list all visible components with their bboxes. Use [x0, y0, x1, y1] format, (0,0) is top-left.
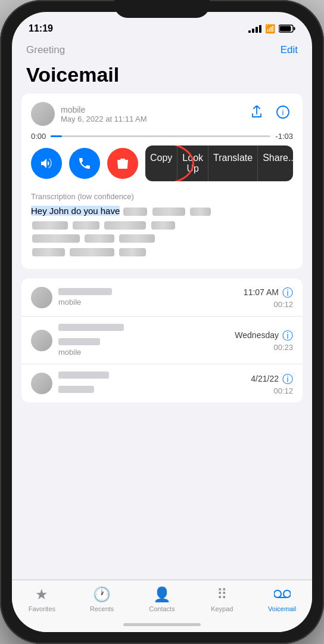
tab-voicemail-label: Voicemail [268, 605, 296, 612]
share-action-button[interactable] [247, 102, 267, 122]
list-item[interactable]: 4/21/22 ⓘ 00:12 [21, 364, 303, 402]
vm-info-button-1[interactable]: ⓘ [282, 286, 293, 300]
contacts-icon: 👤 [153, 586, 171, 603]
blurred-word-1 [123, 208, 147, 216]
page-header: Voicemail [12, 61, 312, 94]
call-button[interactable] [69, 148, 100, 179]
share-menu-item[interactable]: Share... [258, 145, 293, 181]
vm-list-right-1: 11:07 AM ⓘ 00:12 [244, 286, 293, 309]
status-time: 11:19 [29, 23, 53, 34]
vm-list-name-3 [58, 371, 109, 379]
vm-actions: i [247, 102, 293, 122]
audio-player: 0:00 -1:03 [31, 132, 293, 141]
blurred-line-3-2 [85, 234, 114, 243]
vm-list-name-2 [58, 324, 124, 331]
vm-list-avatar-3 [31, 373, 52, 394]
vm-list-duration-2: 00:23 [235, 343, 293, 352]
transcript-selected-text[interactable]: Hey John do you have [31, 206, 120, 216]
transcript-area: Transcription (low confidence) Hey John … [31, 187, 293, 261]
screen-content: Greeting Edit Voicemail mobile May 6, 20… [12, 42, 312, 609]
translate-menu-item[interactable]: Translate [208, 145, 258, 181]
vm-list-time-3: 4/21/22 [251, 374, 279, 383]
nav-bar: Greeting Edit [12, 42, 312, 61]
vm-list-name-3b [58, 386, 94, 393]
vm-date: May 6, 2022 at 11:11 AM [61, 114, 147, 123]
tab-voicemail[interactable]: Voicemail [263, 586, 301, 612]
vm-info-button-2[interactable]: ⓘ [282, 329, 293, 343]
tab-contacts[interactable]: 👤 Contacts [143, 586, 181, 612]
notch [114, 0, 210, 18]
vm-list-info-1: mobile [58, 288, 112, 306]
svg-rect-1 [280, 26, 291, 32]
vm-list-duration-1: 00:12 [244, 300, 293, 309]
speaker-button[interactable] [31, 148, 62, 179]
voicemail-icon [274, 586, 291, 603]
blurred-word-2 [152, 208, 185, 216]
tab-recents[interactable]: 🕐 Recents [83, 586, 121, 612]
phone-screen: 11:19 📶 Greeting Edit [12, 12, 312, 632]
vm-list-left-2: mobile [31, 324, 124, 357]
vm-list-name-1 [58, 288, 112, 295]
audio-progress-fill [51, 135, 61, 137]
tab-keypad-label: Keypad [211, 605, 233, 612]
keypad-icon: ⠿ [217, 586, 228, 603]
vm-list-type-1: mobile [58, 298, 112, 306]
vm-list-time-2: Wednesday [235, 330, 279, 340]
vm-list-avatar-2 [31, 330, 52, 351]
vm-list-time-1: 11:07 AM [244, 287, 279, 297]
audio-time-end: -1:03 [275, 132, 293, 141]
home-indicator [123, 623, 201, 626]
vm-caller: mobile May 6, 2022 at 11:11 AM [31, 102, 147, 126]
audio-progress-bar[interactable] [51, 135, 270, 137]
vm-list-right-2: Wednesday ⓘ 00:23 [235, 329, 293, 352]
blurred-line-2-4 [151, 221, 175, 230]
vm-list-left-3 [31, 371, 109, 395]
vm-list-name-2b [58, 338, 100, 345]
voicemail-list: mobile 11:07 AM ⓘ 00:12 [21, 278, 303, 402]
blurred-line-2-2 [73, 221, 99, 230]
vm-list-right-3: 4/21/22 ⓘ 00:12 [251, 372, 293, 395]
blurred-word-3 [190, 208, 211, 216]
vm-avatar [31, 102, 55, 126]
greeting-button[interactable]: Greeting [26, 44, 65, 56]
page-title: Voicemail [26, 63, 298, 86]
tab-contacts-label: Contacts [149, 605, 175, 612]
tab-favorites[interactable]: ★ Favorites [23, 586, 61, 612]
lookup-menu-item[interactable]: Look Up [177, 145, 208, 181]
context-menu: Copy Look Up Translate Share... [145, 145, 293, 181]
info-action-button[interactable]: i [273, 102, 293, 122]
recents-icon: 🕐 [93, 586, 111, 603]
blurred-line-2-1 [32, 221, 68, 230]
vm-info-button-3[interactable]: ⓘ [282, 372, 293, 386]
vm-list-type-2: mobile [58, 348, 124, 357]
blurred-line-3-3 [119, 234, 155, 243]
blurred-line-4-1 [32, 248, 65, 256]
transcript-label: Transcription (low confidence) [31, 192, 293, 201]
voicemail-card: mobile May 6, 2022 at 11:11 AM [21, 94, 303, 269]
blurred-line-3-1 [32, 234, 80, 243]
svg-rect-2 [294, 27, 295, 30]
status-icons: 📶 [248, 24, 295, 33]
list-item[interactable]: mobile 11:07 AM ⓘ 00:12 [21, 278, 303, 317]
audio-time-start: 0:00 [31, 132, 46, 141]
vm-list-duration-3: 00:12 [251, 386, 293, 395]
svg-text:i: i [282, 108, 284, 117]
tab-keypad[interactable]: ⠿ Keypad [203, 586, 241, 612]
tab-favorites-label: Favorites [29, 605, 55, 612]
blurred-line-4-3 [119, 248, 146, 256]
blurred-line-2-3 [104, 221, 146, 230]
blurred-line-4-2 [70, 248, 114, 256]
vm-list-meta-1: 11:07 AM ⓘ [244, 286, 293, 300]
list-item[interactable]: mobile Wednesday ⓘ 00:23 [21, 317, 303, 364]
edit-button[interactable]: Edit [281, 44, 298, 56]
svg-point-5 [274, 590, 281, 597]
svg-point-6 [284, 590, 291, 597]
battery-icon [279, 24, 295, 33]
copy-menu-item[interactable]: Copy [145, 145, 177, 181]
wifi-icon: 📶 [265, 24, 275, 33]
delete-button[interactable] [107, 148, 138, 179]
vm-list-avatar-1 [31, 287, 52, 308]
phone-frame: 11:19 📶 Greeting Edit [0, 0, 324, 644]
signal-icon [248, 24, 261, 33]
transcript-text[interactable]: Hey John do you have [31, 205, 293, 258]
